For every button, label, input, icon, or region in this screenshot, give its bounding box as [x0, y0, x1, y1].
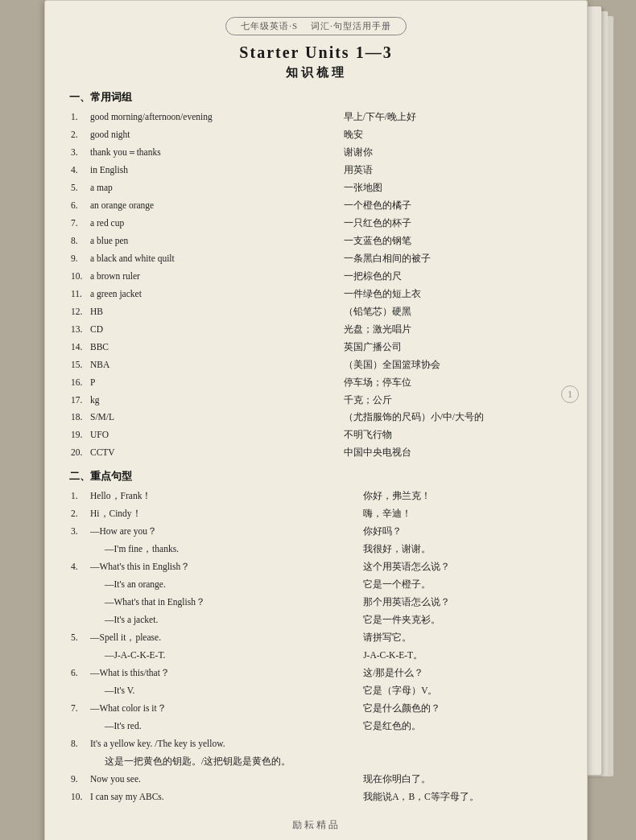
- item-cn: J-A-C-K-E-T。: [347, 648, 561, 664]
- item-cn: 它是一个橙子。: [347, 577, 561, 593]
- list-item: 10. a brown ruler 一把棕色的尺: [71, 269, 561, 285]
- item-num: 2.: [71, 127, 89, 143]
- list-item: 6. an orange orange 一个橙色的橘子: [71, 198, 561, 214]
- item-cn: 千克；公斤: [328, 393, 561, 409]
- list-item: 5. —Spell it，please. 请拼写它。: [71, 630, 561, 646]
- sub-title: 知识梳理: [69, 65, 563, 80]
- list-item: 7. a red cup 一只红色的杯子: [71, 216, 561, 232]
- item-cn: 一张地图: [328, 180, 561, 196]
- item-en: thank you＝thanks: [90, 145, 326, 161]
- item-en: —It's an orange.: [90, 577, 345, 593]
- item-num: 3.: [71, 524, 89, 540]
- item-num: 6.: [71, 665, 89, 681]
- list-item: —It's red. 它是红色的。: [71, 719, 561, 735]
- item-num: 7.: [71, 701, 89, 717]
- item-en: —How are you？: [90, 524, 345, 540]
- tab-text: 七年级英语·S: [241, 21, 298, 31]
- list-item: 17. kg 千克；公斤: [71, 393, 561, 409]
- item-en: —What's this in English？: [90, 559, 345, 575]
- item-num: 1.: [71, 109, 89, 126]
- item-num: [71, 541, 89, 558]
- item-cn: 光盘；激光唱片: [328, 322, 561, 338]
- section1-title: 一、常用词组: [69, 90, 563, 105]
- item-cn: （铅笔芯）硬黑: [328, 304, 561, 320]
- item-cn: 一把棕色的尺: [328, 269, 561, 285]
- item-num: [71, 595, 89, 611]
- item-cn: 停车场；停车位: [328, 375, 561, 391]
- list-item: 18. S/M/L （尤指服饰的尺码）小/中/大号的: [71, 410, 561, 426]
- item-num: [71, 683, 89, 699]
- item-num: 17.: [71, 393, 89, 409]
- list-item: —J-A-C-K-E-T. J-A-C-K-E-T。: [71, 648, 561, 664]
- item-cn: （美国）全国篮球协会: [328, 357, 561, 373]
- item-en: P: [90, 375, 326, 391]
- item-en: HB: [90, 304, 326, 320]
- footer-brand: 励耘精品: [69, 818, 563, 832]
- item-en: CCTV: [90, 445, 326, 461]
- item-cn: 它是一件夹克衫。: [347, 612, 561, 628]
- item-num: 5.: [71, 630, 89, 646]
- item-cn: 一件绿色的短上衣: [328, 286, 561, 303]
- list-item: 5. a map 一张地图: [71, 180, 561, 196]
- list-item: 3. thank you＝thanks 谢谢你: [71, 145, 561, 161]
- list-item: 13. CD 光盘；激光唱片: [71, 322, 561, 338]
- section2-table: 1. Hello，Frank！ 你好，弗兰克！ 2. Hi，Cindy！ 嗨，辛…: [69, 487, 563, 806]
- item-en: —It's red.: [90, 719, 345, 735]
- item-num: 2.: [71, 506, 89, 522]
- list-item: 12. HB （铅笔芯）硬黑: [71, 304, 561, 320]
- item-en: —J-A-C-K-E-T.: [90, 648, 345, 664]
- item-en: —I'm fine，thanks.: [90, 541, 345, 558]
- list-item: 4. —What's this in English？ 这个用英语怎么说？: [71, 559, 561, 575]
- list-item: —What's that in English？ 那个用英语怎么说？: [71, 595, 561, 611]
- item-en: BBC: [90, 340, 326, 356]
- list-item: 15. NBA （美国）全国篮球协会: [71, 357, 561, 373]
- item-cn: 嗨，辛迪！: [347, 506, 561, 522]
- item-en: a brown ruler: [90, 269, 326, 285]
- item-cn: [347, 736, 561, 752]
- item-cn: 用英语: [328, 163, 561, 179]
- section1-table: 1. good morning/afternoon/evening 早上/下午/…: [69, 108, 563, 463]
- item-en: an orange orange: [90, 198, 326, 214]
- list-item: 1. Hello，Frank！ 你好，弗兰克！: [71, 488, 561, 504]
- item-cn: 这个用英语怎么说？: [347, 559, 561, 575]
- item-num: [71, 648, 89, 664]
- item-num: 1.: [71, 488, 89, 504]
- item-en: in English: [90, 163, 326, 179]
- item-cn: 晚安: [328, 127, 561, 143]
- item-en: —What is this/that？: [90, 665, 345, 681]
- item-en: NBA: [90, 357, 326, 373]
- item-en: CD: [90, 322, 326, 338]
- item-num: 15.: [71, 357, 89, 373]
- page-number: 1: [561, 385, 579, 403]
- item-num: [71, 612, 89, 628]
- item-num: 4.: [71, 163, 89, 179]
- item-cn: 这/那是什么？: [347, 665, 561, 681]
- item-en: a blue pen: [90, 233, 326, 249]
- item-en: a map: [90, 180, 326, 196]
- main-title: Starter Units 1—3: [69, 43, 563, 62]
- list-item: 3. —How are you？ 你好吗？: [71, 524, 561, 540]
- list-item: 7. —What color is it？ 它是什么颜色的？: [71, 701, 561, 717]
- list-item: 19. UFO 不明飞行物: [71, 427, 561, 443]
- item-cn: 我能说A，B，C等字母了。: [347, 789, 561, 805]
- list-item: 10. I can say my ABCs. 我能说A，B，C等字母了。: [71, 789, 561, 805]
- item-en: Hi，Cindy！: [90, 506, 345, 522]
- header-tab-label: 七年级英语·S 词汇·句型活用手册: [225, 17, 407, 35]
- item-num: 9.: [71, 251, 89, 267]
- list-item: 11. a green jacket 一件绿色的短上衣: [71, 286, 561, 303]
- item-num: 10.: [71, 269, 89, 285]
- item-num: 8.: [71, 233, 89, 249]
- page-stack: 七年级英语·S 词汇·句型活用手册 Starter Units 1—3 知识梳理…: [44, 0, 592, 840]
- item-cn: （尤指服饰的尺码）小/中/大号的: [328, 410, 561, 426]
- item-en: UFO: [90, 427, 326, 443]
- list-item: 14. BBC 英国广播公司: [71, 340, 561, 356]
- list-item: 8. It's a yellow key. /The key is yellow…: [71, 736, 561, 752]
- item-cn: 一个橙色的橘子: [328, 198, 561, 214]
- item-cn: 一条黑白相间的被子: [328, 251, 561, 267]
- list-item: 9. Now you see. 现在你明白了。: [71, 772, 561, 788]
- item-num: 6.: [71, 198, 89, 214]
- item-en: —It's a jacket.: [90, 612, 345, 628]
- item-num: 3.: [71, 145, 89, 161]
- item-num: 13.: [71, 322, 89, 338]
- list-item: 6. —What is this/that？ 这/那是什么？: [71, 665, 561, 681]
